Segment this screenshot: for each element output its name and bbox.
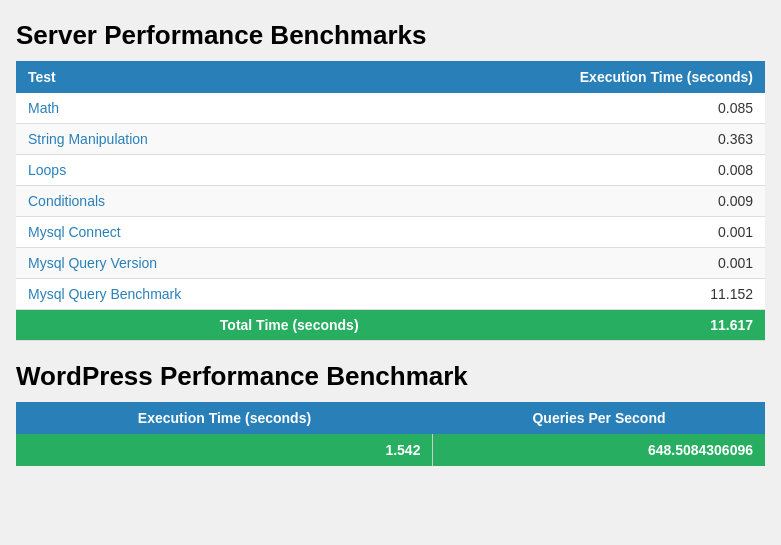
test-name-cell: Math [16, 93, 371, 124]
test-name-cell: Conditionals [16, 186, 371, 217]
page-title: Server Performance Benchmarks [16, 20, 765, 51]
test-value-cell: 0.363 [371, 124, 765, 155]
wp-col-qps: Queries Per Second [433, 402, 765, 434]
test-name-cell: String Manipulation [16, 124, 371, 155]
wp-exec-time-cell: 1.542 [16, 434, 433, 466]
table-row: String Manipulation 0.363 [16, 124, 765, 155]
table-row: Conditionals 0.009 [16, 186, 765, 217]
test-name-cell: Mysql Query Version [16, 248, 371, 279]
wp-benchmark-title: WordPress Performance Benchmark [16, 361, 765, 392]
total-label-cell: Total Time (seconds) [16, 310, 371, 341]
test-value-cell: 0.001 [371, 248, 765, 279]
table-row: Loops 0.008 [16, 155, 765, 186]
col-header-test: Test [16, 61, 371, 93]
total-row: Total Time (seconds) 11.617 [16, 310, 765, 341]
test-value-cell: 11.152 [371, 279, 765, 310]
table-row: Math 0.085 [16, 93, 765, 124]
test-value-cell: 0.008 [371, 155, 765, 186]
wp-qps-cell: 648.5084306096 [433, 434, 765, 466]
test-name-cell: Loops [16, 155, 371, 186]
test-value-cell: 0.085 [371, 93, 765, 124]
table-row: Mysql Query Version 0.001 [16, 248, 765, 279]
table-row: Mysql Query Benchmark 11.152 [16, 279, 765, 310]
col-header-exec-time: Execution Time (seconds) [371, 61, 765, 93]
test-name-cell: Mysql Query Benchmark [16, 279, 371, 310]
wp-table-row: 1.542 648.5084306096 [16, 434, 765, 466]
wp-col-exec-time: Execution Time (seconds) [16, 402, 433, 434]
server-benchmark-table: Test Execution Time (seconds) Math 0.085… [16, 61, 765, 341]
wp-benchmark-table: Execution Time (seconds) Queries Per Sec… [16, 402, 765, 466]
table-row: Mysql Connect 0.001 [16, 217, 765, 248]
test-value-cell: 0.009 [371, 186, 765, 217]
test-value-cell: 0.001 [371, 217, 765, 248]
test-name-cell: Mysql Connect [16, 217, 371, 248]
total-value-cell: 11.617 [371, 310, 765, 341]
